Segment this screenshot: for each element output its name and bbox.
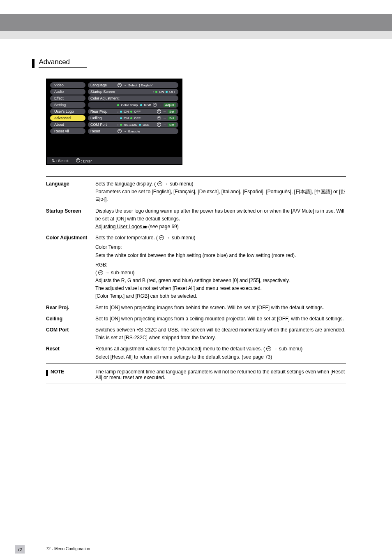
- selected-dot-icon: [130, 111, 132, 113]
- osd-opt-off: OFF: [134, 116, 141, 120]
- osd-row-com-port: COM Port : RS-232C USB → Set: [88, 122, 178, 127]
- osd-row-language: Language → Select [ English ]: [88, 82, 178, 88]
- osd-row-reset: Reset → Execute: [88, 128, 178, 134]
- osd-left-item: Setting: [50, 102, 85, 108]
- enter-icon: [157, 181, 162, 186]
- osd-row-startup-screen: Startup Screen : ON OFF: [88, 89, 178, 95]
- enter-icon: [98, 270, 103, 275]
- osd-right-column: Language → Select [ English ] Startup Sc…: [88, 82, 178, 150]
- osd-action: Execute: [128, 130, 140, 133]
- desc-row-body: Displays the user logo during warm up af…: [95, 207, 346, 231]
- desc-row-body: Set to [ON] when projecting images from …: [95, 315, 346, 323]
- osd-action: Adjust: [164, 103, 176, 107]
- osd-row-color-adj-header: Color Adjustment:: [88, 95, 178, 101]
- osd-left-item: Audio: [50, 89, 85, 95]
- arrow-right-icon: →: [163, 123, 166, 127]
- option-dot-icon: [139, 124, 141, 126]
- desc-row-title: Startup Screen: [46, 207, 95, 231]
- desc-row-language: Language Sets the language display. ( → …: [46, 178, 346, 206]
- osd-left-item-selected: Advanced: [50, 115, 85, 121]
- header-bar-light: [0, 31, 392, 39]
- enter-icon: [153, 103, 157, 107]
- osd-value: [ English ]: [139, 83, 153, 87]
- fast-forward-icon: ▸▸: [143, 224, 147, 229]
- osd-action: Set: [168, 123, 176, 127]
- desc-row-title: Color Adjustment: [46, 234, 95, 301]
- enter-icon: [118, 129, 122, 133]
- enter-icon: [266, 346, 271, 351]
- osd-opt: USB: [143, 123, 149, 127]
- footer-text: 72 - Menu Configuration: [46, 547, 90, 551]
- osd-action: Set: [168, 110, 176, 114]
- osd-left-item: About: [50, 122, 85, 127]
- note-label: NOTE: [46, 369, 95, 380]
- divider-line: [46, 364, 346, 364]
- osd-left-item: Reset All: [50, 128, 85, 134]
- option-dot-icon: [120, 111, 122, 113]
- desc-row-title: Reset: [46, 345, 95, 361]
- enter-icon: [157, 116, 161, 120]
- osd-row-label: Startup Screen: [90, 90, 116, 94]
- osd-row-label: Language: [90, 83, 116, 87]
- osd-left-item: Video: [50, 82, 85, 88]
- desc-row-title: COM Port: [46, 326, 95, 342]
- desc-row-body: Sets the language display. ( → sub-menu)…: [95, 180, 346, 204]
- arrow-right-icon: →: [123, 83, 127, 87]
- osd-footer-enter: : Enter: [81, 159, 92, 163]
- selected-dot-icon: [120, 124, 122, 126]
- arrow-right-icon: →: [163, 116, 166, 120]
- osd-row-label: COM Port: [90, 123, 116, 127]
- enter-icon: [157, 109, 161, 114]
- desc-subitem: RGB: ( → sub-menu) Adjusts the R, G and …: [95, 261, 346, 301]
- desc-row-title: Language: [46, 180, 95, 204]
- osd-action: Select: [128, 83, 137, 87]
- desc-row-reset: Reset Returns all adjustment values for …: [46, 343, 346, 362]
- link-adjusting-user-logos[interactable]: Adjusting User Logos ▸▸: [95, 224, 147, 229]
- note-bar-icon: [46, 370, 48, 376]
- desc-row-body: Returns all adjustment values for the [A…: [95, 345, 346, 361]
- arrow-right-icon: →: [163, 110, 166, 114]
- option-dot-icon: [120, 117, 122, 119]
- arrow-right-icon: →: [159, 103, 162, 107]
- desc-subitem: Color Temp: Sets the white color tint be…: [95, 243, 346, 259]
- osd-opt-on: ON: [159, 90, 164, 94]
- osd-footer-select: : Select: [56, 159, 69, 163]
- desc-row-rear-proj: Rear Proj. Set to [ON] when projecting i…: [46, 302, 346, 313]
- enter-icon: [157, 123, 161, 127]
- desc-subitem-value: ( → sub-menu) Adjusts the R, G and B (re…: [95, 269, 346, 301]
- osd-opt: RS-232C: [124, 123, 137, 127]
- osd-opt-off: OFF: [134, 110, 141, 114]
- desc-row-body: Set to [ON] when projecting images from …: [95, 304, 346, 312]
- desc-row-ceiling: Ceiling Set to [ON] when projecting imag…: [46, 313, 346, 324]
- selected-dot-icon: [117, 104, 119, 106]
- osd-row-label: Color Adjustment:: [90, 96, 120, 100]
- page-number: 72: [15, 545, 25, 554]
- desc-row-startup-screen: Startup Screen Displays the user logo du…: [46, 206, 346, 233]
- note-row: NOTE The lamp replacement time and langu…: [46, 366, 346, 384]
- arrow-right-icon: →: [123, 130, 127, 133]
- osd-left-item: User's Logo: [50, 109, 85, 114]
- osd-action: Set: [168, 116, 176, 120]
- desc-row-body: Switches between RS-232C and USB. The sc…: [95, 326, 346, 342]
- note-text: The lamp replacement time and language p…: [95, 369, 346, 380]
- desc-row-color-adjustment: Color Adjustment Sets the color temperat…: [46, 232, 346, 302]
- desc-row-com-port: COM Port Switches between RS-232C and US…: [46, 324, 346, 343]
- osd-opt: RGB: [144, 103, 151, 107]
- desc-row-title: Ceiling: [46, 315, 95, 323]
- osd-opt-off: OFF: [169, 90, 176, 94]
- enter-icon: [118, 83, 122, 87]
- osd-row-label: Reset: [90, 129, 116, 133]
- desc-row-body: Sets the color temperature. ( → sub-menu…: [95, 234, 346, 301]
- desc-subitem-value: Sets the white color tint between the hi…: [95, 252, 346, 259]
- osd-row-color-adj-sub: Color Temp. RGB → Adjust: [88, 102, 178, 108]
- divider-line: [46, 176, 346, 177]
- selected-dot-icon: [130, 117, 132, 119]
- selected-dot-icon: [155, 91, 157, 93]
- desc-subitem-key: RGB:: [95, 261, 346, 269]
- option-dot-icon: [166, 91, 168, 93]
- osd-left-item: Effect: [50, 95, 85, 101]
- updown-icon: ⇅: [52, 159, 55, 163]
- desc-row-title: Rear Proj.: [46, 304, 95, 312]
- osd-opt-on: ON: [124, 110, 129, 114]
- osd-row-label: Rear Proj.: [90, 109, 116, 114]
